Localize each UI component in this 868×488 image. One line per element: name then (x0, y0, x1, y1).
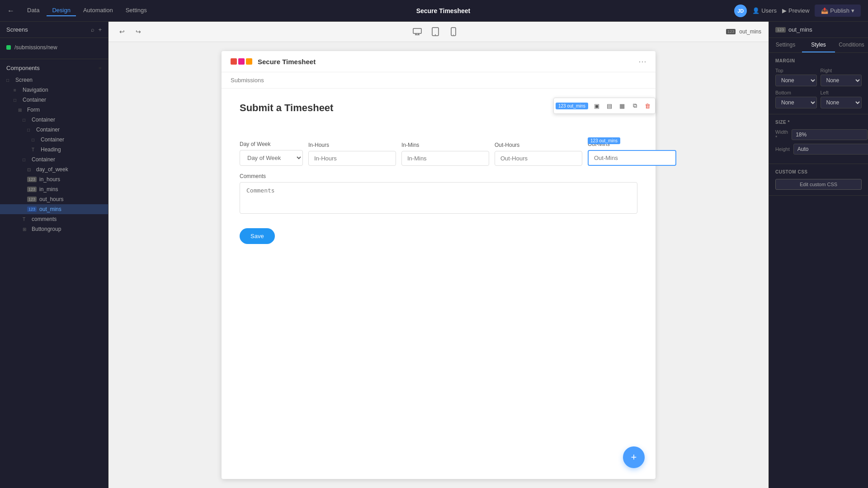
publish-button[interactable]: 📤 Publish ▾ (815, 5, 861, 17)
day-of-week-select[interactable]: Day of Week (240, 150, 303, 166)
save-button[interactable]: Save (240, 228, 275, 244)
margin-left-row: Left None (821, 90, 862, 108)
tree-item-container-1[interactable]: □ Container (0, 95, 108, 105)
screens-header: Screens ⌕ + (0, 22, 108, 38)
tree-item-out-mins[interactable]: 123 out_mins (0, 204, 108, 214)
float-copy-btn[interactable]: ⧉ (629, 100, 641, 112)
search-icon[interactable]: ⌕ (91, 26, 94, 33)
tree-item-container-3[interactable]: □ Container (0, 125, 108, 135)
margin-grid: Top None Right None Bottom None (775, 68, 862, 108)
tree-label: Navigation (23, 87, 48, 93)
tab-design[interactable]: Design (47, 5, 75, 16)
width-row: Width * (775, 129, 862, 140)
tree-label: Container (32, 156, 55, 163)
container-icon: □ (32, 137, 38, 142)
tree-item-navigation[interactable]: ≡ Navigation (0, 85, 108, 95)
topbar: ← Data Design Automation Settings Secure… (0, 0, 868, 22)
mobile-view-button[interactable] (446, 25, 461, 38)
redo-button[interactable]: ↪ (132, 25, 145, 38)
right-selected-element: 123 out_mins (769, 22, 868, 38)
preview-button[interactable]: ▶ Preview (782, 7, 809, 14)
in-mins-input[interactable] (401, 151, 489, 166)
tree-item-in-hours[interactable]: 123 in_hours (0, 174, 108, 184)
margin-bottom-select[interactable]: None (775, 97, 817, 108)
float-two-col-btn[interactable]: ▤ (604, 100, 615, 112)
field-badge: 123 (27, 177, 37, 182)
height-input[interactable] (793, 144, 868, 155)
field-tooltip: 123 out_mins (588, 137, 620, 144)
tab-automation[interactable]: Automation (78, 5, 118, 16)
tab-styles[interactable]: Styles (802, 38, 835, 52)
add-component-button[interactable]: + (98, 65, 102, 71)
components-title: Components (6, 65, 40, 71)
tree-item-screen[interactable]: □ Screen (0, 75, 108, 85)
tab-settings[interactable]: Settings (120, 5, 152, 16)
app-menu-dots[interactable]: ⋯ (638, 56, 646, 66)
float-single-col-btn[interactable]: ▣ (591, 100, 603, 112)
add-fab-button[interactable]: + (623, 446, 645, 468)
tree-item-in-mins[interactable]: 123 in_mins (0, 184, 108, 194)
canvas-scroll[interactable]: Secure Timesheet ⋯ Submissions Submit a … (108, 42, 769, 488)
desktop-view-button[interactable] (410, 25, 425, 38)
users-button[interactable]: 👤 Users (752, 7, 777, 14)
tree-item-out-hours[interactable]: 123 out_hours (0, 194, 108, 204)
logo-square-red (231, 58, 237, 65)
height-row: Height (775, 144, 862, 155)
view-toggle (148, 25, 722, 38)
comments-field: Comments (240, 173, 637, 221)
in-hours-field: In-Hours (308, 142, 396, 166)
tree-item-container-2[interactable]: □ Container (0, 115, 108, 125)
day-of-week-label: Day of Week (240, 141, 303, 147)
margin-bottom-row: Bottom None (775, 90, 817, 108)
out-hours-input[interactable] (495, 151, 582, 166)
undo-button[interactable]: ↩ (116, 25, 128, 38)
tree-item-container-5[interactable]: □ Container (0, 155, 108, 164)
back-button[interactable]: ← (7, 7, 14, 15)
in-hours-input[interactable] (308, 151, 396, 166)
tab-data[interactable]: Data (22, 5, 45, 16)
tab-conditions[interactable]: Conditions (835, 38, 868, 52)
tree-item-buttongroup[interactable]: ⊞ Buttongroup (0, 224, 108, 234)
add-screen-button[interactable]: + (98, 26, 102, 33)
float-toolbar: 123 out_mins ▣ ▤ ▦ ⧉ 🗑 (553, 98, 656, 114)
margin-right-select[interactable]: None (821, 75, 862, 86)
margin-top-select[interactable]: None (775, 75, 817, 86)
width-label: Width * (775, 129, 788, 140)
selected-badge: 123 (726, 29, 736, 34)
tree-item-heading[interactable]: T Heading (0, 145, 108, 155)
tree-item-comments[interactable]: T comments (0, 214, 108, 224)
tree-item-container-4[interactable]: □ Container (0, 135, 108, 145)
logo-square-orange (246, 58, 252, 65)
margin-section: MARGIN Top None Right None Bottom (769, 53, 868, 114)
margin-left-select[interactable]: None (821, 97, 862, 108)
tree-item-form[interactable]: ⊞ Form (0, 105, 108, 115)
out-mins-input[interactable] (588, 150, 676, 166)
screen-item-submissions[interactable]: /submissions/new (0, 42, 108, 53)
tablet-view-button[interactable] (428, 25, 443, 38)
screen-active-dot (6, 45, 11, 50)
tree-label: Screen (15, 77, 33, 83)
tree-item-day-of-week[interactable]: ⊡ day_of_week (0, 164, 108, 174)
right-element-badge: 123 (775, 27, 786, 33)
main-layout: Screens ⌕ + /submissions/new Components … (0, 22, 868, 488)
user-avatar: JD (734, 5, 747, 17)
float-delete-btn[interactable]: 🗑 (642, 100, 653, 112)
logo-square-pink (238, 58, 245, 65)
edit-custom-css-button[interactable]: Edit custom CSS (775, 179, 862, 190)
screens-title: Screens (6, 26, 28, 33)
tab-settings[interactable]: Settings (769, 38, 802, 52)
height-label: Height (775, 146, 790, 152)
field-badge: 123 (27, 187, 37, 192)
tree-label: comments (32, 216, 57, 222)
app-title: Secure Timesheet (160, 7, 727, 14)
form-row-fields: Day of Week Day of Week In-Hours In-Mins (240, 141, 637, 166)
comments-label: Comments (240, 173, 637, 179)
width-input[interactable] (792, 129, 868, 140)
float-three-col-btn[interactable]: ▦ (616, 100, 628, 112)
canvas-frame: Secure Timesheet ⋯ Submissions Submit a … (222, 51, 656, 479)
field-badge: 123 (27, 197, 37, 202)
tree-label: Form (27, 107, 40, 113)
tree-label: Container (36, 127, 60, 133)
tree-label: Heading (41, 146, 61, 153)
comments-textarea[interactable] (240, 182, 637, 214)
